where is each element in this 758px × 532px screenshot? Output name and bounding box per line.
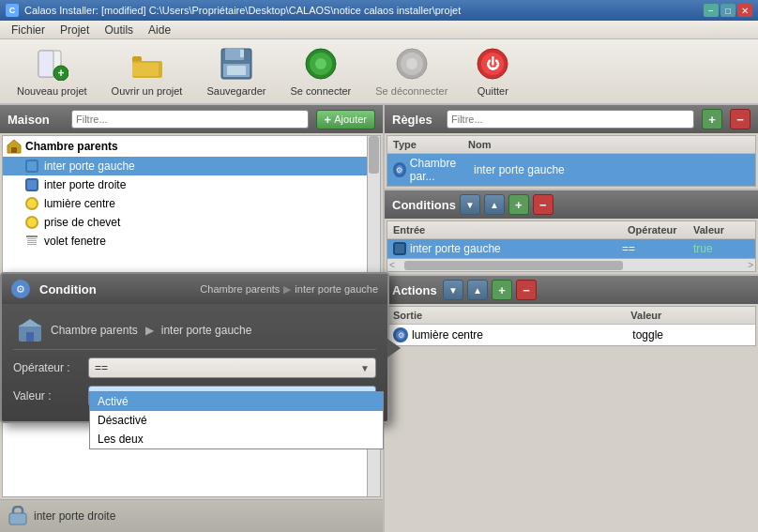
breadcrumb-arrow: ▶ [283, 283, 291, 296]
action-sortie: lumière centre [412, 328, 483, 342]
dropdown-option-les-deux[interactable]: Les deux [90, 430, 383, 448]
dialog-header: ⚙ Condition Chambre parents ▶ inter port… [2, 274, 387, 304]
minimize-button[interactable]: − [704, 4, 719, 17]
tree-item[interactable]: prise de chevet [3, 213, 380, 232]
tree-room-label: Chambre parents [25, 140, 118, 153]
svg-rect-22 [11, 147, 17, 153]
svg-rect-24 [27, 238, 37, 239]
svg-rect-11 [227, 66, 246, 75]
deconnecter-icon [394, 46, 430, 82]
act-down-button[interactable]: ▼ [443, 280, 463, 300]
actions-section: Actions ▼ ▲ + − Sortie Valeur ⚙ lumière … [385, 276, 758, 532]
act-add-button[interactable]: + [492, 280, 512, 300]
cond-entry-icon [393, 242, 406, 255]
tree-item-label: lumière centre [44, 197, 115, 210]
ouvrir-projet-button[interactable]: Ouvrir un projet [104, 42, 190, 100]
window-title: Calaos Installer: [modified] C:\Users\Pr… [24, 5, 704, 16]
col-val: Valeur [693, 224, 750, 236]
operateur-value: == [95, 361, 108, 374]
condition-row[interactable]: inter porte gauche == true [387, 239, 755, 258]
ajouter-label: Ajouter [334, 114, 367, 125]
condition-dialog: ⚙ Condition Chambre parents ▶ inter port… [0, 272, 389, 423]
dialog-arrow-icon [387, 339, 401, 357]
tree-item-label: prise de chevet [44, 216, 120, 229]
action-row[interactable]: ⚙ lumière centre toggle [387, 325, 755, 345]
svg-point-17 [406, 58, 417, 69]
toolbar: + Nouveau projet Ouvrir un projet [0, 39, 758, 105]
nouveau-projet-button[interactable]: + Nouveau projet [9, 42, 95, 100]
menu-projet[interactable]: Projet [53, 22, 97, 38]
menu-aide[interactable]: Aide [141, 22, 178, 38]
table-row[interactable]: ⚙ Chambre par... inter porte gauche [387, 154, 755, 186]
app-icon: C [6, 4, 19, 17]
act-up-button[interactable]: ▲ [467, 280, 488, 300]
rules-remove-button[interactable]: − [730, 109, 750, 129]
svg-rect-31 [26, 332, 34, 342]
svg-rect-25 [27, 240, 37, 241]
maison-filter[interactable] [71, 110, 309, 129]
rules-table: Type Nom ⚙ Chambre par... inter porte ga… [387, 135, 756, 187]
light-icon [25, 216, 38, 229]
deconnecter-label: Se déconnecter [375, 85, 447, 97]
svg-rect-28 [9, 513, 26, 524]
connecter-icon [303, 46, 339, 82]
rules-table-header: Type Nom [387, 136, 755, 154]
cond-up-button[interactable]: ▲ [484, 194, 505, 215]
deconnecter-button[interactable]: Se déconnecter [368, 42, 455, 100]
switch-icon [25, 178, 38, 191]
col-valeur: Valeur [630, 310, 750, 321]
menu-bar: Fichier Projet Outils Aide [0, 21, 758, 39]
breadcrumb: Chambre parents ▶ inter porte gauche [200, 283, 378, 296]
nouveau-icon: + [34, 46, 69, 82]
tree-item[interactable]: volet fenetre [3, 232, 380, 251]
cond-add-button[interactable]: + [508, 194, 529, 215]
tree-item[interactable]: lumière centre [3, 194, 380, 213]
bottom-label: inter porte droite [34, 509, 115, 523]
svg-marker-30 [19, 319, 41, 327]
operateur-field: Opérateur : == ▼ [13, 357, 376, 378]
col-nom: Nom [468, 139, 750, 150]
menu-fichier[interactable]: Fichier [4, 22, 53, 38]
dialog-body: Chambre parents ▶ inter porte gauche Opé… [2, 304, 387, 421]
rules-add-button[interactable]: + [702, 109, 722, 129]
actions-header: Actions ▼ ▲ + − [385, 276, 758, 304]
dropdown-option-desactive[interactable]: Désactivé [90, 411, 383, 430]
add-plus-icon: + [325, 113, 332, 127]
tree-item[interactable]: inter porte droite [3, 175, 380, 194]
rules-filter[interactable] [447, 110, 694, 129]
sauvegarder-button[interactable]: Sauvegarder [199, 42, 273, 100]
blind-icon [25, 235, 38, 248]
menu-outils[interactable]: Outils [97, 22, 141, 38]
conditions-scrollbar[interactable]: < > [387, 258, 755, 271]
actions-table-header: Sortie Valeur [387, 307, 755, 325]
operateur-select[interactable]: == ▼ [88, 357, 376, 378]
act-remove-button[interactable]: − [516, 280, 537, 300]
quitter-button[interactable]: ⏻ Quitter [464, 42, 521, 100]
action-valeur: toggle [632, 328, 750, 342]
left-bottom: inter porte droite [0, 499, 383, 532]
tree-item[interactable]: Chambre parents [3, 136, 380, 157]
maximize-button[interactable]: □ [720, 4, 735, 17]
cond-op: == [622, 242, 688, 255]
house-icon [7, 139, 22, 154]
dialog-gear-icon: ⚙ [11, 280, 30, 298]
td-type: ⚙ Chambre par... [393, 157, 468, 183]
td-sortie: ⚙ lumière centre [393, 327, 627, 342]
dialog-path-item: inter porte gauche [161, 324, 252, 337]
cond-down-button[interactable]: ▼ [460, 194, 480, 215]
col-op: Opérateur [628, 224, 693, 236]
ajouter-button[interactable]: + Ajouter [316, 110, 375, 129]
svg-rect-23 [26, 236, 38, 237]
nouveau-label: Nouveau projet [17, 85, 87, 97]
tree-item-label: inter porte droite [44, 178, 126, 191]
cond-remove-button[interactable]: − [533, 194, 553, 215]
dropdown-option-active[interactable]: Activé [90, 392, 383, 411]
dialog-title: Condition [39, 282, 97, 296]
cond-entree: inter porte gauche [410, 242, 501, 255]
tree-item[interactable]: inter porte gauche [3, 157, 380, 175]
dialog-path-room: Chambre parents [51, 324, 138, 337]
tree-item-label: inter porte gauche [44, 160, 135, 173]
close-button[interactable]: ✕ [737, 4, 752, 17]
valeur-label: Valeur : [13, 389, 88, 403]
connecter-button[interactable]: Se connecter [282, 42, 358, 100]
